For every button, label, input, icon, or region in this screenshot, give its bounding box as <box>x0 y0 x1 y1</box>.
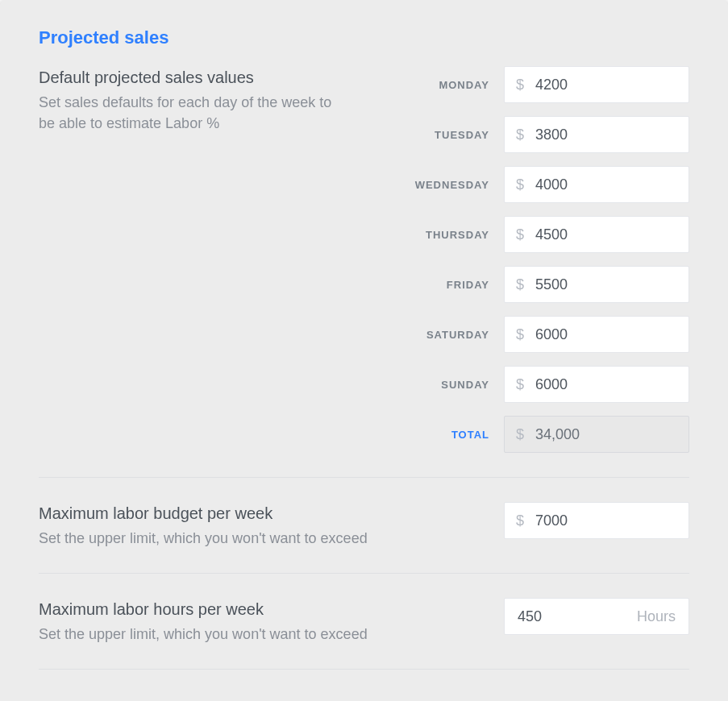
hours-suffix: Hours <box>637 608 676 625</box>
dollar-icon: $ <box>516 326 524 343</box>
money-input-total: $ <box>504 416 689 453</box>
money-input-wednesday[interactable]: $ <box>504 166 689 203</box>
section-title: Projected sales <box>39 27 689 48</box>
max-hours-field[interactable] <box>518 599 629 634</box>
projected-sales-row: Default projected sales values Set sales… <box>39 66 689 453</box>
weekday-label: SUNDAY <box>441 379 489 391</box>
row-thursday: THURSDAY $ <box>367 216 689 253</box>
row-friday: FRIDAY $ <box>367 266 689 303</box>
total-label: TOTAL <box>451 429 489 441</box>
projected-sales-sub: Set sales defaults for each day of the w… <box>39 92 345 134</box>
row-saturday: SATURDAY $ <box>367 316 689 353</box>
projected-sales-heading: Default projected sales values <box>39 66 345 89</box>
money-input-thursday[interactable]: $ <box>504 216 689 253</box>
weekday-label: THURSDAY <box>426 229 489 241</box>
hours-input[interactable]: Hours <box>504 598 689 635</box>
weekday-label: FRIDAY <box>447 279 489 291</box>
sales-friday-field[interactable] <box>535 267 688 302</box>
projected-sales-lede: Default projected sales values Set sales… <box>39 66 345 134</box>
weekday-label: WEDNESDAY <box>415 179 489 191</box>
row-tuesday: TUESDAY $ <box>367 116 689 153</box>
sales-tuesday-field[interactable] <box>535 117 688 152</box>
max-budget-field[interactable] <box>535 503 688 538</box>
sales-wednesday-field[interactable] <box>535 167 688 202</box>
weekday-label: SATURDAY <box>426 329 489 341</box>
divider <box>39 669 689 670</box>
row-wednesday: WEDNESDAY $ <box>367 166 689 203</box>
dollar-icon: $ <box>516 127 524 143</box>
divider <box>39 477 689 478</box>
divider <box>39 573 689 574</box>
money-input-tuesday[interactable]: $ <box>504 116 689 153</box>
max-budget-row: Maximum labor budget per week Set the up… <box>39 502 689 549</box>
settings-card: Projected sales Default projected sales … <box>0 0 728 701</box>
weekday-label: TUESDAY <box>435 129 489 141</box>
dollar-icon: $ <box>516 512 524 529</box>
row-sunday: SUNDAY $ <box>367 366 689 403</box>
dollar-icon: $ <box>516 376 524 393</box>
dollar-icon: $ <box>516 426 524 443</box>
max-hours-heading: Maximum labor hours per week <box>39 598 368 620</box>
weekday-label: MONDAY <box>439 79 489 91</box>
dollar-icon: $ <box>516 276 524 293</box>
money-input-max-budget[interactable]: $ <box>504 502 689 539</box>
max-budget-sub: Set the upper limit, which you won't wan… <box>39 528 368 549</box>
max-budget-heading: Maximum labor budget per week <box>39 502 368 525</box>
max-hours-sub: Set the upper limit, which you won't wan… <box>39 624 368 645</box>
sales-total-field <box>535 417 688 452</box>
money-input-sunday[interactable]: $ <box>504 366 689 403</box>
max-hours-lede: Maximum labor hours per week Set the upp… <box>39 598 368 645</box>
dollar-icon: $ <box>516 176 524 193</box>
money-input-monday[interactable]: $ <box>504 66 689 103</box>
sales-thursday-field[interactable] <box>535 217 688 252</box>
row-monday: MONDAY $ <box>367 66 689 103</box>
money-input-friday[interactable]: $ <box>504 266 689 303</box>
dollar-icon: $ <box>516 226 524 243</box>
dollar-icon: $ <box>516 77 524 93</box>
row-total: TOTAL $ <box>367 416 689 453</box>
sales-monday-field[interactable] <box>535 67 688 102</box>
weekday-inputs: MONDAY $ TUESDAY $ WEDNESDAY $ <box>367 66 689 453</box>
sales-saturday-field[interactable] <box>535 317 688 352</box>
max-hours-row: Maximum labor hours per week Set the upp… <box>39 598 689 645</box>
money-input-saturday[interactable]: $ <box>504 316 689 353</box>
max-budget-lede: Maximum labor budget per week Set the up… <box>39 502 368 549</box>
sales-sunday-field[interactable] <box>535 367 688 402</box>
